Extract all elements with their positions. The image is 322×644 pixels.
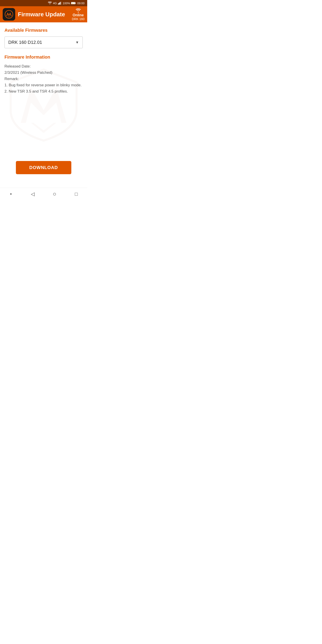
svg-rect-4 bbox=[61, 2, 61, 5]
svg-rect-1 bbox=[58, 3, 59, 4]
nav-back-button[interactable]: ◁ bbox=[27, 189, 38, 200]
firmware-details: Released Date: 2/3/2021 (Wireless Patche… bbox=[4, 63, 83, 94]
recent-icon: □ bbox=[75, 191, 78, 197]
wifi-icon bbox=[48, 2, 52, 5]
firmware-info-title: Firmware Information bbox=[4, 54, 83, 60]
app-header: Firmware Update Online DRK 160 bbox=[0, 6, 87, 22]
connection-status: Online DRK 160 bbox=[72, 8, 84, 21]
logo-icon bbox=[4, 10, 14, 19]
menu-icon: ▪ bbox=[10, 192, 12, 196]
battery-icon: ⚡ bbox=[71, 2, 76, 4]
home-icon: ○ bbox=[53, 190, 56, 198]
nav-home-button[interactable]: ○ bbox=[49, 189, 60, 200]
available-firmwares-title: Available Firmwares bbox=[4, 28, 83, 33]
chevron-down-icon: ▼ bbox=[75, 40, 79, 44]
firmware-dropdown[interactable]: DRK 160 D12.01 ▼ bbox=[4, 36, 83, 48]
battery-percent: 100% bbox=[62, 2, 70, 5]
nav-bar: ▪ ◁ ○ □ bbox=[0, 188, 87, 200]
firmware-info-section: Firmware Information Released Date: 2/3/… bbox=[4, 54, 83, 94]
page-title: Firmware Update bbox=[18, 11, 65, 18]
app-logo bbox=[3, 8, 15, 20]
main-content: Available Firmwares DRK 160 D12.01 ▼ Fir… bbox=[0, 22, 87, 152]
nav-recent-button[interactable]: □ bbox=[71, 189, 82, 200]
svg-marker-13 bbox=[31, 123, 56, 133]
svg-marker-10 bbox=[6, 12, 12, 16]
svg-text:⚡: ⚡ bbox=[72, 2, 74, 4]
status-time: 09:00 bbox=[77, 2, 84, 5]
online-label: Online bbox=[73, 13, 84, 17]
network-type: 4G bbox=[53, 2, 57, 5]
status-bar: 4G 100% ⚡ 09:00 bbox=[0, 0, 87, 6]
svg-marker-11 bbox=[8, 16, 10, 18]
dropdown-wrapper[interactable]: DRK 160 D12.01 ▼ bbox=[4, 36, 83, 48]
nav-menu-button[interactable]: ▪ bbox=[6, 189, 16, 200]
svg-rect-0 bbox=[58, 4, 58, 5]
svg-rect-6 bbox=[75, 3, 76, 3]
svg-rect-2 bbox=[60, 2, 60, 5]
selected-firmware: DRK 160 D12.01 bbox=[8, 40, 74, 45]
connection-wifi-icon bbox=[75, 8, 82, 13]
svg-rect-3 bbox=[60, 2, 60, 4]
device-label: DRK 160 bbox=[72, 17, 84, 21]
download-section: DOWNLOAD bbox=[0, 152, 87, 179]
download-button[interactable]: DOWNLOAD bbox=[16, 161, 71, 174]
signal-icon bbox=[58, 2, 62, 5]
back-icon: ◁ bbox=[31, 191, 35, 197]
